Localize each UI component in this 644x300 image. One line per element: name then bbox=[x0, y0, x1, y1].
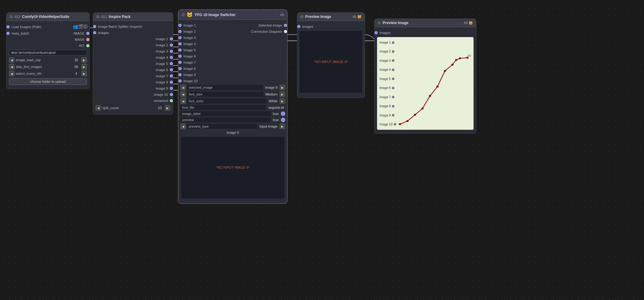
node-sw-in-10: Image 10 bbox=[178, 78, 287, 84]
node-12-upload-btn[interactable]: choose folder to upload bbox=[9, 78, 87, 85]
node-12-stepper-3-right[interactable]: ▶ bbox=[81, 71, 87, 76]
node-11-out-9-dot bbox=[170, 87, 173, 90]
node-sw-imagelabel-label: image_label bbox=[180, 111, 271, 116]
node-sw-in-4-dot bbox=[178, 42, 182, 45]
node-sw-in-3-label: Image 3 bbox=[182, 36, 196, 40]
node-sw-previewtype-right[interactable]: ▶ bbox=[280, 124, 285, 129]
svg-point-4 bbox=[421, 108, 423, 109]
node-12-int-out bbox=[86, 44, 89, 47]
node-batch-splitter: #11 Inspire Pack Image Batch Splitter (I… bbox=[93, 12, 173, 115]
node-6-images-label: images bbox=[300, 25, 315, 28]
node-sw-fontcolor-right[interactable]: ▶ bbox=[280, 98, 285, 104]
node-12-stepper-3-left[interactable]: ◀ bbox=[9, 71, 15, 76]
node-sw-previewtype-left[interactable]: ◀ bbox=[180, 124, 186, 129]
node-sw-preview-area: *NO INPUT IMAGE 9* bbox=[181, 137, 285, 198]
node-11-header: #11 Inspire Pack bbox=[93, 13, 173, 21]
node-11-images-in: images bbox=[93, 30, 173, 36]
node-6-preview: *NO INPUT IMAGE 9* bbox=[300, 31, 362, 93]
node-12-stepper-1: ◀ image_load_cap 15 ▶ bbox=[6, 57, 89, 63]
node-12-stepper-1-value: 15 bbox=[72, 58, 80, 62]
node-11-out-7-dot bbox=[170, 74, 173, 78]
node-8-chart-port-1: Image 1 bbox=[380, 41, 396, 44]
node-load-images: #12 ComfyUI-VideoHelperSuite Load Images… bbox=[6, 12, 90, 89]
node-8-header: Preview Image #8 🐱 bbox=[375, 19, 476, 27]
node-sw-out-selected-label: Selected Image bbox=[196, 23, 284, 27]
node-11-in-dot bbox=[93, 25, 96, 28]
node-11-out-8-label: image 8 bbox=[93, 80, 170, 84]
node-11-split-right[interactable]: ▶ bbox=[165, 105, 170, 111]
node-sw-selected-label: selected_image bbox=[187, 85, 263, 90]
node-11-suite: Inspire Pack bbox=[109, 15, 131, 19]
node-sw-preview-label-text: Image 9 bbox=[178, 130, 287, 135]
node-8-body: images Image 1 Image 2 Image 3 bbox=[375, 27, 476, 133]
node-sw-in-8: Image 8 bbox=[178, 65, 287, 72]
node-sw-imagelabel-value: true bbox=[272, 111, 280, 116]
node-6-id: #6 🐱 bbox=[353, 15, 362, 19]
node-11-label-row: Image Batch Splitter (Inspire) bbox=[93, 23, 173, 30]
node-sw-in-4: Image 4 bbox=[178, 41, 287, 47]
node-8-id: #8 🐱 bbox=[464, 21, 473, 25]
svg-rect-0 bbox=[396, 40, 471, 127]
node-sw-in-5-dot bbox=[178, 49, 182, 52]
node-sw-ctrl-fontcolor: ◀ font_color White ▶ bbox=[178, 98, 287, 104]
svg-point-6 bbox=[436, 86, 438, 87]
svg-point-8 bbox=[451, 64, 453, 65]
node-8-chart-port-7: Image 7 bbox=[380, 95, 396, 99]
node-11-out-1-label: image 1 bbox=[93, 37, 170, 41]
node-12-dir-input[interactable] bbox=[9, 50, 87, 56]
node-sw-fontsize-left[interactable]: ◀ bbox=[180, 91, 186, 97]
node-sw-selected-left[interactable]: ◀ bbox=[180, 85, 186, 90]
node-12-mask-row: MASK bbox=[6, 36, 89, 43]
node-6-title: Preview Image bbox=[305, 15, 331, 19]
node-sw-ctrl-fontsize: ◀ font_size Medium ▶ bbox=[178, 91, 287, 98]
node-12-stepper-1-left[interactable]: ◀ bbox=[9, 57, 15, 63]
node-12-int-label: INT bbox=[6, 44, 86, 48]
node-12-suite: ComfyUI-VideoHelperSuite bbox=[22, 15, 69, 19]
node-11-out-2: image 2 bbox=[93, 42, 173, 48]
node-12-meta-row: meta_batch IMAGE bbox=[6, 30, 89, 36]
node-sw-preview-value: true bbox=[272, 117, 280, 122]
node-sw-preview-toggle[interactable] bbox=[281, 118, 285, 122]
node-sw-fontcolor-left[interactable]: ◀ bbox=[180, 98, 186, 104]
node-switcher-id: #9 bbox=[280, 13, 284, 17]
node-sw-ctrl-preview: preview true bbox=[178, 117, 287, 123]
node-11-out-10-label: image 10 bbox=[93, 93, 170, 96]
node-11-out-3-label: image 3 bbox=[93, 49, 170, 53]
node-sw-in-3: Image 3 bbox=[178, 35, 287, 41]
node-sw-in-7: Image 7 bbox=[178, 59, 287, 65]
node-12-stepper-2-value: 50 bbox=[72, 65, 80, 69]
node-sw-in-5-label: Image 5 bbox=[182, 48, 196, 52]
node-sw-in-1-dot bbox=[178, 24, 182, 27]
svg-point-11 bbox=[466, 57, 468, 59]
node-11-out-4-label: image 4 bbox=[93, 56, 170, 59]
node-12-stepper-2-right[interactable]: ▶ bbox=[81, 64, 87, 70]
node-sw-in-6: Image 6 bbox=[178, 53, 287, 59]
node-sw-previewtype-label: preview_type bbox=[187, 124, 257, 129]
node-12-stepper-1-right[interactable]: ▶ bbox=[81, 57, 87, 63]
node-11-out-6-dot bbox=[170, 68, 173, 71]
node-sw-imagelabel-toggle[interactable] bbox=[281, 112, 285, 116]
node-preview-6: Preview Image #6 🐱 images *NO INPUT IMAG… bbox=[297, 12, 365, 98]
node-12-stepper-2: ◀ skip_first_images 50 ▶ bbox=[6, 63, 89, 70]
node-sw-fontfile-value: seguisb.ttf bbox=[267, 105, 285, 110]
node-12-label-row: Load Images (Path) 👥🎬⓪ bbox=[6, 23, 89, 30]
node-12-stepper-2-left[interactable]: ◀ bbox=[9, 64, 15, 70]
svg-point-9 bbox=[455, 59, 457, 61]
node-sw-ctrl-fontfile: font_file seguisb.ttf bbox=[178, 104, 287, 111]
node-sw-ctrl-previewtype: ◀ preview_type Input Image ▶ bbox=[178, 123, 287, 130]
svg-point-3 bbox=[414, 114, 416, 116]
node-11-out-9: image 9 bbox=[93, 85, 173, 91]
svg-point-1 bbox=[399, 123, 401, 125]
node-sw-in-6-label: Image 6 bbox=[182, 54, 196, 58]
node-sw-ctrl-imagelabel: image_label true bbox=[178, 111, 287, 117]
node-8-images-label: images bbox=[378, 31, 392, 35]
node-8-status bbox=[378, 21, 381, 24]
node-11-out-5: image 5 bbox=[93, 61, 173, 67]
node-sw-fontsize-right[interactable]: ▶ bbox=[280, 91, 285, 97]
node-11-out-4: image 4 bbox=[93, 54, 173, 61]
node-11-split-left[interactable]: ◀ bbox=[96, 105, 101, 111]
node-sw-in-9-dot bbox=[178, 73, 182, 76]
node-sw-selected-right[interactable]: ▶ bbox=[280, 85, 285, 90]
node-6-status bbox=[300, 15, 303, 18]
node-12-icons: 👥🎬⓪ bbox=[73, 24, 88, 30]
